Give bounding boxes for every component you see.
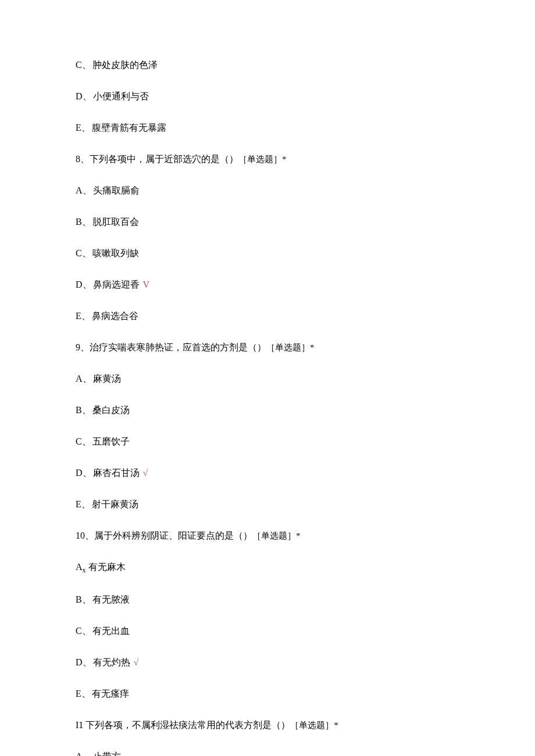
option-text: 腹壁青筋有无暴露 <box>92 123 166 132</box>
option-text: 麻黄汤 <box>93 374 121 384</box>
option-label: A、 <box>76 374 92 384</box>
question-type: ［单选题］* <box>290 721 338 730</box>
option-label: A、 <box>76 751 92 756</box>
option-line: C、五磨饮子 <box>76 435 459 449</box>
correct-mark-icon: V <box>141 280 150 289</box>
option-label: D、 <box>76 468 92 478</box>
option-text: 有无麻木 <box>88 562 126 572</box>
question-type: ［单选题］* <box>252 531 301 540</box>
option-line: B、有无脓液 <box>76 593 459 607</box>
option-line: D、麻杏石甘汤 √ <box>76 466 459 480</box>
option-line: A、止带方 <box>76 750 459 756</box>
option-label: C、 <box>76 60 91 70</box>
question-type: ［单选题］* <box>238 155 287 164</box>
option-text: 桑白皮汤 <box>92 405 130 415</box>
option-label: C、 <box>76 248 91 258</box>
option-text: 小便通利与否 <box>93 91 149 101</box>
option-label: D、 <box>76 280 92 289</box>
question-text: 下列各项，不属利湿祛痰法常用的代表方剂是（） <box>85 720 290 730</box>
question-number: 8、 <box>76 154 90 164</box>
option-line: D、小便通利与否 <box>76 89 459 103</box>
option-text: 鼻病选合谷 <box>92 311 138 321</box>
option-line: Ax 有无麻木 <box>76 560 459 575</box>
question-line: I1 下列各项，不属利湿祛痰法常用的代表方剂是（）［单选题］* <box>76 718 459 732</box>
option-line: E、有无瘙痒 <box>76 687 459 701</box>
question-text: 下列各项中，属于近部选穴的是（） <box>90 154 238 164</box>
option-label: E、 <box>76 499 91 509</box>
option-line: C、有无出血 <box>76 624 459 638</box>
option-label: C、 <box>76 436 91 446</box>
question-line: 9、治疗实喘表寒肺热证，应首选的方剂是（）［单选题］* <box>76 341 459 354</box>
option-line: C、肿处皮肤的色泽 <box>76 58 459 72</box>
option-label: A、 <box>76 185 92 195</box>
option-line: E、鼻病选合谷 <box>76 309 459 323</box>
option-text: 有无出血 <box>92 626 130 636</box>
option-label: B、 <box>76 217 91 227</box>
option-line: D、有无灼热 √ <box>76 655 459 669</box>
question-text: 属于外科辨别阴证、阳证要点的是（） <box>94 531 252 540</box>
question-number: 9、 <box>76 342 90 352</box>
option-text: 有无脓液 <box>92 594 130 604</box>
question-number: 10、 <box>76 531 94 540</box>
option-line: A、麻黄汤 <box>76 372 459 386</box>
option-line: B、脱肛取百会 <box>76 215 459 229</box>
option-text: 脱肛取百会 <box>92 217 139 227</box>
option-line: B、桑白皮汤 <box>76 403 459 417</box>
option-text: 五磨饮子 <box>92 436 130 446</box>
option-label-sub: x <box>83 566 86 574</box>
option-label: A <box>76 562 83 572</box>
option-text: 鼻病选迎香 <box>93 280 140 289</box>
option-text: 头痛取膈俞 <box>93 185 140 195</box>
option-text: 止带方 <box>93 751 121 756</box>
option-label: E、 <box>76 311 91 321</box>
option-text: 麻杏石甘汤 <box>93 468 140 478</box>
option-text: 有无灼热 <box>93 657 130 667</box>
option-text: 射干麻黄汤 <box>92 499 138 509</box>
correct-mark-icon: √ <box>141 468 148 478</box>
option-line: C、咳嗽取列缺 <box>76 246 459 260</box>
option-label: B、 <box>76 594 91 604</box>
option-line: A、头痛取膈俞 <box>76 184 459 198</box>
option-label: D、 <box>76 657 92 667</box>
option-text: 有无瘙痒 <box>92 689 129 698</box>
option-text: 肿处皮肤的色泽 <box>92 60 158 70</box>
option-label: E、 <box>76 123 91 132</box>
question-type: ［单选题］* <box>266 343 315 352</box>
option-label: B、 <box>76 405 91 415</box>
option-line: D、鼻病选迎香 V <box>76 278 459 292</box>
question-line: 10、属于外科辨别阴证、阳证要点的是（）［单选题］* <box>76 529 459 543</box>
question-number: I1 <box>76 720 85 730</box>
option-label: E、 <box>76 689 91 698</box>
question-text: 治疗实喘表寒肺热证，应首选的方剂是（） <box>90 342 266 352</box>
option-line: E、射干麻黄汤 <box>76 497 459 511</box>
option-line: E、腹壁青筋有无暴露 <box>76 121 459 135</box>
option-label: C、 <box>76 626 91 636</box>
option-label: D、 <box>76 91 92 101</box>
question-line: 8、下列各项中，属于近部选穴的是（）［单选题］* <box>76 152 459 166</box>
correct-mark-icon: √ <box>131 657 139 667</box>
option-text: 咳嗽取列缺 <box>92 248 139 258</box>
